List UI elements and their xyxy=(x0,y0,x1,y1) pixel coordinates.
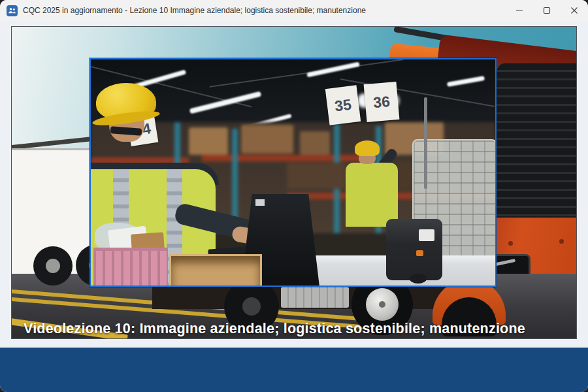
label-printer xyxy=(386,219,442,280)
app-people-icon xyxy=(7,5,18,16)
bumper-rivet xyxy=(508,241,513,246)
printer-button xyxy=(416,250,423,256)
trailer-wheel xyxy=(33,246,73,286)
close-icon[interactable] xyxy=(561,0,588,21)
video-caption: Videolezione 10: Immagine aziendale; log… xyxy=(24,321,566,337)
computer-mouse xyxy=(410,274,427,284)
rack-placard: 36 xyxy=(364,82,400,122)
player-toolbar: 09:07 Play Pausa Stop Velocità Indietro xyxy=(0,348,588,392)
worker2-hardhat xyxy=(355,140,380,156)
maximize-icon[interactable] xyxy=(533,0,561,21)
monitor-sticker xyxy=(255,199,265,206)
window-controls xyxy=(506,0,588,21)
titlebar: CQC 2025 in aggiornamento - Lezione 10 I… xyxy=(0,0,588,21)
video-player-area[interactable]: 34 35 36 xyxy=(11,26,577,339)
pip-video-frame[interactable]: 34 35 36 xyxy=(90,58,497,287)
rack-pole xyxy=(424,97,427,189)
printer-label xyxy=(419,229,434,241)
app-window: CQC 2025 in aggiornamento - Lezione 10 I… xyxy=(0,0,588,392)
minimize-icon[interactable] xyxy=(506,0,533,21)
truck-side-fairing xyxy=(281,287,349,308)
pink-crate xyxy=(93,248,168,287)
bumper-rivet xyxy=(559,239,564,244)
window-title: CQC 2025 in aggiornamento - Lezione 10 I… xyxy=(23,6,366,15)
open-cardboard-box xyxy=(169,254,262,287)
worker2-vest xyxy=(346,163,398,227)
content-area: 34 35 36 xyxy=(0,21,588,348)
rack-placard: 35 xyxy=(325,85,361,125)
